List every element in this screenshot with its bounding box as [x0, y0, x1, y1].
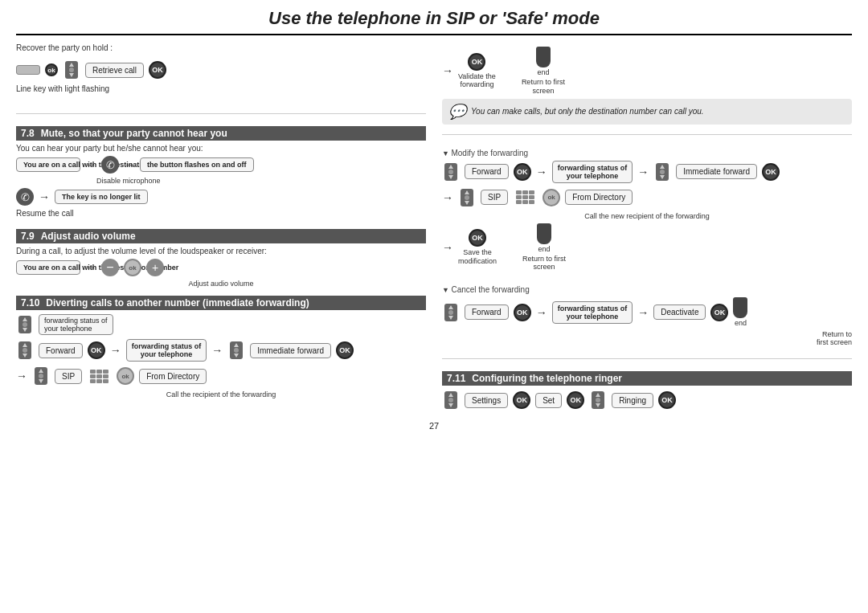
modify-section: Modify the forwarding Forward OK → forwa… [442, 146, 852, 276]
ok-fwd[interactable]: OK [88, 341, 105, 359]
nav-right [227, 339, 245, 362]
imm-fwd-btn[interactable]: Immediate forward [250, 343, 331, 358]
nav-ringer [442, 389, 460, 411]
imm-fwd-mod-btn[interactable]: Immediate forward [676, 164, 757, 179]
fwd-status-cancel: forwarding status of your telephone [552, 301, 633, 324]
section-710-header: 7.10 Diverting calls to another number (… [16, 296, 426, 310]
svg-point-3 [69, 67, 74, 72]
return-first-label: Return to first screen [522, 255, 566, 272]
arrow3: → [39, 190, 50, 203]
arrow-vol: → [85, 261, 96, 274]
left-column: Recover the party on hold : ok Retrieve … [16, 43, 426, 415]
new-recipient-label: Call the new recipient of the forwarding [442, 212, 852, 220]
svg-point-31 [465, 195, 469, 200]
ringing-btn[interactable]: Ringing [612, 393, 653, 408]
phone-icon2: ✆ [16, 188, 34, 206]
ok-validate[interactable]: OK [468, 53, 485, 71]
nav-mod2 [653, 161, 671, 183]
on-call-label: You are on a call with the destination n… [16, 157, 80, 172]
arrow-fwd2: → [211, 344, 223, 357]
multikey-icon [90, 370, 108, 383]
save-col: OK Save the modification [458, 229, 497, 266]
ok-cancel2[interactable]: OK [710, 304, 728, 321]
return-col: end Return to first screen [522, 47, 565, 96]
settings-btn[interactable]: Settings [465, 393, 508, 408]
modify-flow2: → SIP ok From Directory [442, 186, 852, 209]
sip-mod-btn[interactable]: SIP [481, 190, 508, 205]
end-label-cancel: end [735, 319, 747, 327]
ok-save[interactable]: OK [469, 229, 486, 247]
section-78-header: 7.8 Mute, so that your party cannot hear… [16, 126, 426, 141]
ok-set[interactable]: OK [567, 391, 584, 409]
section-79-header: 7.9 Adjust audio volume [16, 229, 426, 243]
line-key-icon [16, 65, 40, 75]
arrow-mod2: → [637, 166, 649, 178]
section-79: 7.9 Adjust audio volume During a call, t… [16, 229, 426, 288]
deactivate-btn[interactable]: Deactivate [653, 304, 706, 320]
set-btn[interactable]: Set [535, 393, 562, 408]
btn-flashes-label: the button flashes on and off [140, 157, 254, 172]
section-711: 7.11 Configuring the telephone ringer Se… [442, 371, 852, 415]
recipient-label: Call the recipient of the forwarding [16, 390, 426, 398]
svg-point-27 [660, 170, 665, 174]
retrieve-call-btn[interactable]: Retrieve call [85, 63, 144, 78]
section-711-header: 7.11 Configuring the telephone ringer [442, 371, 852, 386]
ok-btn-retrieve[interactable]: OK [149, 61, 166, 79]
section-78: 7.8 Mute, so that your party cannot hear… [16, 126, 426, 221]
arrow-cancel2: → [637, 306, 649, 319]
end-label: end [537, 68, 549, 76]
save-flow: → OK Save the modification end Return to… [442, 223, 852, 272]
forward-mod-btn[interactable]: Forward [465, 164, 509, 179]
from-dir-mod-btn[interactable]: From Directory [565, 190, 633, 205]
validate-label: Validate the forwarding [458, 72, 496, 90]
end-label-save: end [538, 245, 551, 253]
fwd-status-mod: forwarding status of your telephone [552, 161, 633, 183]
ok-mod1[interactable]: OK [514, 163, 531, 181]
phone-icon: ✆ [101, 156, 119, 174]
ok-mod2[interactable]: OK [762, 163, 780, 181]
svg-point-19 [39, 374, 43, 378]
end-device-top: end [536, 47, 551, 76]
svg-point-39 [448, 398, 453, 403]
handset-save [537, 223, 551, 244]
multikey-mod [516, 190, 534, 204]
fwd-btn-710[interactable]: Forward [39, 343, 83, 358]
vol-minus-icon: − [101, 259, 119, 276]
right-column: → OK Validate the forwarding end Return … [442, 43, 852, 415]
ringer-flow: Settings OK Set OK Ringing OK [442, 389, 852, 411]
speech-icon: 💬 [448, 103, 466, 121]
cancel-label: Cancel the forwarding [442, 285, 852, 294]
ok-cancel1[interactable]: OK [514, 304, 531, 321]
save-label: Save the modification [458, 248, 497, 266]
mute-flow1: You are on a call with the destination n… [16, 156, 426, 174]
cancel-flow: Forward OK → forwarding status of your t… [442, 297, 852, 327]
ok-ringing[interactable]: OK [658, 391, 676, 409]
from-dir-btn[interactable]: From Directory [139, 369, 207, 384]
cancel-section: Cancel the forwarding Forward OK → forwa… [442, 283, 852, 346]
disable-mic-label: Disable microphone [96, 177, 426, 185]
modify-flow1: Forward OK → forwarding status of your t… [442, 161, 852, 183]
arrow2: → [124, 158, 135, 171]
ok-imm[interactable]: OK [336, 341, 354, 359]
sip-btn[interactable]: SIP [55, 369, 82, 384]
arrow-mod1: → [536, 166, 547, 178]
fwd-flow2: → SIP ok From Directory [16, 365, 426, 387]
forward-btn[interactable]: forwarding status of your telephone [39, 314, 113, 335]
nav-mod1 [442, 161, 460, 183]
end-cancel: end [733, 297, 747, 327]
handset-icon [536, 47, 551, 67]
ok-vol: ok [124, 259, 141, 276]
note-box: 💬 You can make calls, but only the desti… [442, 99, 852, 125]
ok-settings[interactable]: OK [513, 391, 530, 409]
return-screen2: Return to first screen [442, 330, 852, 346]
fwd-status-box: forwarding status of your telephone [126, 339, 207, 362]
forward-cancel-btn[interactable]: Forward [465, 304, 509, 320]
on-call-vol-label: You are on a call with the destination n… [16, 260, 80, 275]
sec79-intro: During a call, to adjust the volume leve… [16, 247, 426, 255]
resume-label: Resume the call [16, 209, 426, 218]
nav-cancel [442, 301, 460, 324]
arrow-sip: → [16, 370, 27, 382]
arrow-save: → [442, 241, 453, 254]
modify-label: Modify the forwarding [442, 149, 852, 157]
nav-sip [32, 365, 50, 387]
